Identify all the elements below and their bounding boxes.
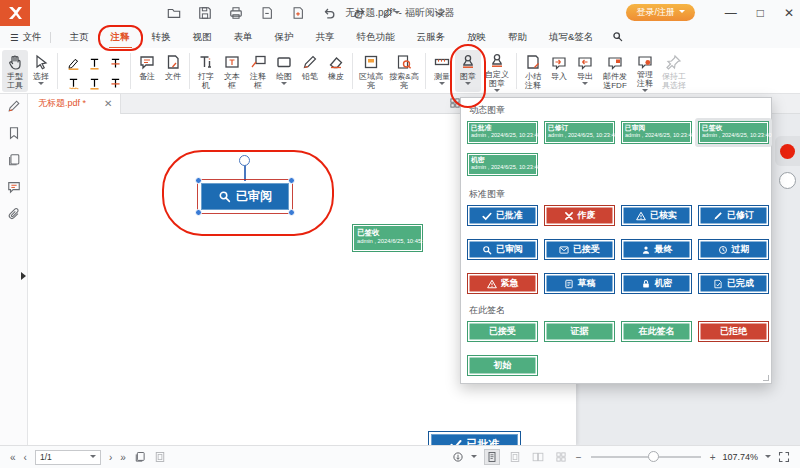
- select-tool-button[interactable]: 选择: [28, 50, 54, 92]
- selected-reviewed-stamp[interactable]: 已审阅: [199, 181, 291, 212]
- summarize-comments-button[interactable]: 小结注释: [520, 50, 546, 92]
- document-tab[interactable]: 无标题.pdf * ✕: [28, 94, 121, 114]
- zoom-out-button[interactable]: −: [576, 452, 582, 463]
- tab-comment[interactable]: 注释: [105, 27, 136, 48]
- tab-convert[interactable]: 转换: [146, 27, 177, 48]
- draw-shapes-button[interactable]: 绘图: [271, 50, 297, 92]
- email-fdf-button[interactable]: 邮件发送FDF: [598, 50, 632, 92]
- minimize-button[interactable]: —: [725, 6, 737, 20]
- rotation-handle[interactable]: [239, 155, 250, 166]
- insert-text-icon[interactable]: [109, 77, 122, 90]
- previous-page-button[interactable]: ‹: [24, 452, 27, 463]
- dynamic-stamp-confidential[interactable]: 机密admin , 2024/6/25, 10:23:40: [467, 153, 538, 176]
- approved-stamp[interactable]: 已批准: [428, 431, 521, 445]
- fit-width-button[interactable]: [154, 451, 166, 463]
- continuous-view-button[interactable]: [507, 449, 523, 465]
- sign-tool-button[interactable]: [382, 4, 400, 22]
- file-attachment-button[interactable]: 文件: [160, 50, 186, 92]
- single-page-view-button[interactable]: [484, 449, 500, 465]
- search-highlight-button[interactable]: 搜索&高亮: [386, 50, 422, 92]
- autoscroll-button[interactable]: [452, 451, 464, 463]
- redo-button[interactable]: [351, 4, 369, 22]
- tab-present[interactable]: 放映: [461, 27, 492, 48]
- open-file-button[interactable]: [165, 4, 183, 22]
- stamp-urgent[interactable]: 紧急: [467, 273, 538, 294]
- stamp-expired[interactable]: 过期: [698, 239, 769, 260]
- fit-page-button[interactable]: [134, 451, 146, 463]
- print-button[interactable]: [227, 4, 245, 22]
- textbox-button[interactable]: 文本框: [219, 50, 245, 92]
- facing-view-button[interactable]: [530, 449, 546, 465]
- tab-view[interactable]: 视图: [187, 27, 218, 48]
- sign-stamp-accepted[interactable]: 已接受: [467, 321, 538, 342]
- received-stamp[interactable]: 已签收 admin , 2024/6/25, 10:45:11: [352, 224, 423, 252]
- resize-handle-se[interactable]: [288, 209, 295, 216]
- eraser-button[interactable]: 橡皮: [323, 50, 349, 92]
- tab-close-icon[interactable]: ✕: [104, 98, 112, 109]
- tab-share[interactable]: 共享: [310, 27, 341, 48]
- measure-button[interactable]: 测量: [429, 50, 455, 92]
- sign-stamp-sign-here[interactable]: 在此签名: [621, 321, 692, 342]
- stamp-reviewed[interactable]: 已审阅: [467, 239, 538, 260]
- fullscreen-button[interactable]: [778, 451, 790, 463]
- export-document-button[interactable]: [258, 4, 276, 22]
- undo-button[interactable]: [320, 4, 338, 22]
- underline2-text-icon[interactable]: [88, 77, 101, 90]
- manage-comments-button[interactable]: 管理注释: [632, 50, 658, 92]
- page-number-input[interactable]: 1/1: [35, 450, 101, 465]
- tab-help[interactable]: 帮助: [502, 27, 533, 48]
- tab-protect[interactable]: 保护: [269, 27, 300, 48]
- zoom-slider-thumb[interactable]: [648, 451, 659, 462]
- zoom-in-button[interactable]: +: [710, 452, 716, 463]
- stamp-final[interactable]: 最终: [621, 239, 692, 260]
- maximize-button[interactable]: □: [757, 6, 764, 20]
- highlight-text-icon[interactable]: [67, 57, 80, 70]
- stamp-completed[interactable]: 已完成: [698, 273, 769, 294]
- tab-fill-sign[interactable]: 填写&签名: [543, 27, 599, 48]
- tab-form[interactable]: 表单: [228, 27, 259, 48]
- floating-circle-button[interactable]: [779, 172, 796, 189]
- sign-stamp-rejected[interactable]: 已拒绝: [698, 321, 769, 342]
- export-comments-button[interactable]: 导出: [572, 50, 598, 92]
- save-button[interactable]: [196, 4, 214, 22]
- panel-resize-handle[interactable]: [763, 375, 769, 381]
- facing-continuous-view-button[interactable]: [553, 449, 569, 465]
- tab-features[interactable]: 特色功能: [351, 27, 401, 48]
- file-menu[interactable]: ☰ 文件: [10, 31, 42, 44]
- login-button[interactable]: 登录/注册: [626, 4, 695, 21]
- create-document-button[interactable]: [289, 4, 307, 22]
- stamp-void[interactable]: 作废: [544, 205, 615, 226]
- callout-button[interactable]: 注释框: [245, 50, 271, 92]
- resize-handle-sw[interactable]: [195, 209, 202, 216]
- stamp-draft[interactable]: 草稿: [544, 273, 615, 294]
- pencil-button[interactable]: 铅笔: [297, 50, 323, 92]
- stamp-verified[interactable]: 已核实: [621, 205, 692, 226]
- squiggly-text-icon[interactable]: [67, 77, 80, 90]
- comments-panel-icon[interactable]: [7, 180, 21, 194]
- area-highlight-button[interactable]: 区域高亮: [356, 50, 386, 92]
- tab-cloud[interactable]: 云服务: [411, 27, 452, 48]
- bookmark-icon[interactable]: [7, 126, 21, 140]
- search-button[interactable]: [612, 31, 623, 44]
- dynamic-stamp-approved[interactable]: 已批准admin , 2024/6/25, 10:23:40: [467, 121, 538, 144]
- floating-record-button[interactable]: [775, 136, 800, 166]
- resize-handle-ne[interactable]: [288, 177, 295, 184]
- note-button[interactable]: 备注: [134, 50, 160, 92]
- first-page-button[interactable]: «: [10, 452, 16, 463]
- sign-stamp-witness[interactable]: 证据: [544, 321, 615, 342]
- annotate-pencil-icon[interactable]: [7, 99, 21, 113]
- stamp-revised[interactable]: 已修订: [698, 205, 769, 226]
- attachments-icon[interactable]: [7, 207, 21, 221]
- import-comments-button[interactable]: 导入: [546, 50, 572, 92]
- next-page-button[interactable]: ›: [109, 452, 112, 463]
- dynamic-stamp-received[interactable]: 已签收admin , 2024/6/25, 10:23:40: [698, 121, 769, 144]
- stamp-approved[interactable]: 已批准: [467, 205, 538, 226]
- stamp-button[interactable]: 图章: [455, 50, 481, 92]
- resize-handle-nw[interactable]: [195, 177, 202, 184]
- sidebar-expand-arrow[interactable]: [21, 272, 30, 280]
- stamp-confidential[interactable]: 机密: [621, 273, 692, 294]
- last-page-button[interactable]: »: [120, 452, 126, 463]
- customize-toolbar-button[interactable]: [431, 4, 449, 22]
- sign-stamp-initial[interactable]: 初始: [467, 355, 538, 376]
- underline-text-icon[interactable]: [88, 57, 101, 70]
